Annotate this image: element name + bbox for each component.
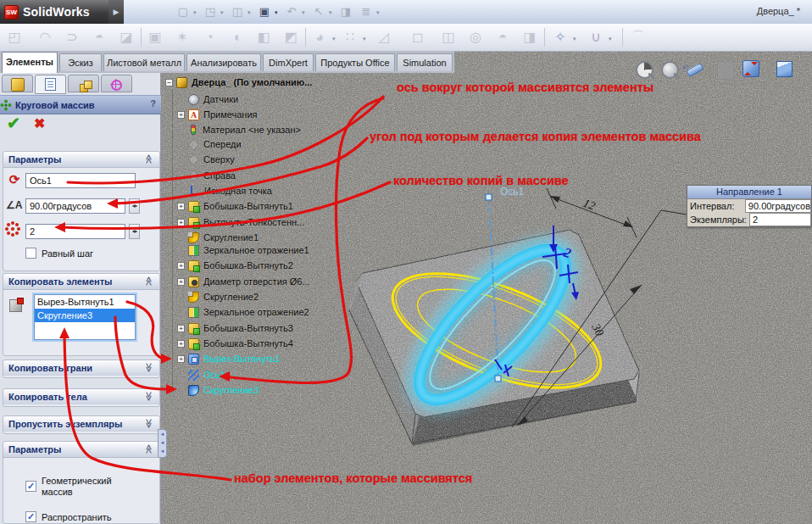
collapse-box-icon[interactable]: − bbox=[165, 79, 173, 86]
refgeom-dropdown-arrow[interactable]: ▾ bbox=[573, 36, 576, 42]
expand-box-icon[interactable]: + bbox=[177, 340, 185, 348]
expand-box-icon[interactable]: + bbox=[177, 203, 185, 210]
pattern-dropdown-arrow[interactable]: ▾ bbox=[363, 36, 366, 42]
new-document-button[interactable]: ▢ bbox=[175, 3, 192, 20]
save-dropdown-arrow[interactable]: ▾ bbox=[247, 9, 251, 16]
panel-splitter-handle[interactable]: ◂◂◂ bbox=[158, 429, 167, 458]
save-button[interactable]: ◫ bbox=[229, 3, 246, 20]
print-dropdown-arrow[interactable]: ▾ bbox=[275, 9, 278, 16]
boundary-cut-icon[interactable]: ◩ bbox=[280, 26, 302, 48]
expand-box-icon[interactable]: + bbox=[177, 262, 185, 270]
tree-item-fillet3[interactable]: Скругление3 bbox=[188, 383, 259, 397]
tree-item-axis1[interactable]: Ось1 bbox=[188, 368, 225, 382]
curves-icon[interactable]: ∪ bbox=[585, 26, 607, 48]
ok-button[interactable]: ✔ bbox=[7, 114, 20, 133]
fillet-icon[interactable]: ◕ bbox=[309, 26, 331, 48]
tree-item-thin-extrude[interactable]: +Вытянуть-Тонкостенн... bbox=[177, 215, 304, 229]
angle-field[interactable]: 90.00градусов bbox=[25, 198, 125, 214]
tree-item-root[interactable]: −Дверца_ (По умолчанию... bbox=[165, 75, 312, 89]
expand-box-icon[interactable]: + bbox=[177, 278, 185, 286]
tab-dimxpert-manager[interactable] bbox=[101, 75, 132, 92]
expand-box-icon[interactable]: + bbox=[177, 111, 185, 119]
cancel-button[interactable]: ✖ bbox=[34, 115, 45, 131]
zoom-area-button[interactable] bbox=[661, 61, 679, 79]
group-features-header[interactable]: Копировать элементы ≪ bbox=[3, 274, 159, 290]
open-button[interactable]: ◳ bbox=[202, 3, 219, 20]
tree-item-material[interactable]: Материал <не указан> bbox=[188, 123, 301, 137]
tree-item-right-plane[interactable]: Справа bbox=[188, 169, 236, 182]
rib-icon[interactable]: ◫ bbox=[437, 26, 459, 48]
expand-box-icon[interactable]: + bbox=[177, 355, 185, 363]
reference-geometry-icon[interactable]: ✧ bbox=[549, 26, 571, 48]
tree-item-boss-extrude3[interactable]: +Бобышка-Вытянуть3 bbox=[177, 321, 293, 335]
angle-spinner[interactable] bbox=[129, 198, 140, 214]
group-faces-header[interactable]: Копировать грани ≫ bbox=[3, 360, 159, 376]
tree-item-mirror2[interactable]: Зеркальное отражение2 bbox=[188, 305, 309, 319]
instant3d-icon[interactable]: ⌒ bbox=[627, 26, 649, 48]
select-button[interactable]: ↖ bbox=[310, 3, 327, 20]
tab-sheetmetal[interactable]: Листовой металл bbox=[103, 53, 185, 71]
revolved-boss-icon[interactable]: ◠ bbox=[34, 26, 56, 48]
curves-dropdown-arrow[interactable]: ▾ bbox=[609, 36, 612, 42]
revolved-cut-icon[interactable]: ◔ bbox=[198, 26, 220, 48]
expand-box-icon[interactable]: + bbox=[177, 325, 185, 332]
undo-dropdown-arrow[interactable]: ▾ bbox=[302, 9, 305, 16]
tree-item-mirror1[interactable]: Зеркальное отражение1 bbox=[188, 243, 309, 257]
expand-chevron-icon[interactable]: ≫ bbox=[144, 392, 155, 402]
section-view-button[interactable] bbox=[717, 61, 734, 80]
tree-item-front-plane[interactable]: Спереди bbox=[188, 137, 242, 151]
lofted-cut-icon[interactable]: ◧ bbox=[253, 26, 275, 48]
instances-value-field[interactable]: 2 bbox=[749, 213, 811, 226]
tree-item-fillet1[interactable]: Скругление1 bbox=[188, 231, 259, 244]
rebuild-button[interactable]: ◨ bbox=[337, 3, 354, 20]
tree-item-cut-extrude1[interactable]: +Вырез-Вытянуть1 bbox=[177, 352, 281, 365]
tree-item-boss-extrude4[interactable]: +Бобышка-Вытянуть4 bbox=[177, 337, 293, 350]
count-field[interactable]: 2 bbox=[25, 224, 125, 239]
extruded-boss-icon[interactable]: ◰ bbox=[3, 26, 25, 48]
tab-evaluate[interactable]: Анализировать bbox=[186, 53, 261, 71]
previous-view-button[interactable] bbox=[687, 59, 704, 67]
options-button[interactable]: ≣ bbox=[358, 3, 375, 20]
tab-office[interactable]: Продукты Office bbox=[315, 53, 395, 71]
count-spinner[interactable] bbox=[129, 224, 140, 239]
collapse-chevron-icon[interactable]: ≪ bbox=[144, 444, 155, 454]
zoom-fit-button[interactable] bbox=[636, 61, 653, 79]
expand-chevron-icon[interactable]: ≫ bbox=[144, 363, 155, 373]
expand-chevron-icon[interactable]: ≫ bbox=[144, 419, 155, 429]
print-button[interactable]: ▣ bbox=[256, 3, 273, 20]
list-item[interactable]: Вырез-Вытянуть1 bbox=[35, 295, 135, 309]
tab-feature-manager[interactable] bbox=[2, 75, 33, 92]
collapse-chevron-icon[interactable]: ≪ bbox=[144, 154, 155, 164]
tree-item-fillet2[interactable]: Скругление2 bbox=[188, 290, 259, 304]
tree-item-top-plane[interactable]: Сверху bbox=[188, 153, 235, 166]
group-skip-header[interactable]: Пропустить экземпляры ≫ bbox=[3, 416, 159, 432]
propagate-checkbox[interactable]: ✓ bbox=[25, 511, 36, 522]
tree-item-annotations[interactable]: +Примечания bbox=[177, 108, 258, 121]
tab-simulation[interactable]: Simulation bbox=[397, 53, 453, 71]
tab-configuration-manager[interactable] bbox=[68, 75, 99, 92]
view-orientation-button[interactable] bbox=[742, 60, 759, 77]
extruded-cut-icon[interactable]: ▣ bbox=[144, 26, 166, 48]
tree-item-boss-extrude2[interactable]: +Бобышка-Вытянуть2 bbox=[177, 259, 293, 272]
boundary-boss-icon[interactable]: ◪ bbox=[115, 26, 137, 48]
display-style-button[interactable] bbox=[776, 61, 793, 77]
features-to-pattern-list[interactable]: Вырез-Вытянуть1 Скругление3 bbox=[34, 294, 136, 340]
swept-boss-icon[interactable]: ⊃ bbox=[61, 26, 83, 48]
geometric-pattern-checkbox[interactable]: ✓ bbox=[25, 481, 36, 492]
menu-expand-arrow[interactable]: ▶ bbox=[108, 0, 124, 24]
dome-icon[interactable]: ◓ bbox=[492, 26, 514, 48]
tab-sketch[interactable]: Эскиз bbox=[59, 53, 102, 71]
tree-item-boss-extrude1[interactable]: +Бобышка-Вытянуть1 bbox=[177, 199, 293, 213]
swept-cut-icon[interactable]: ◖ bbox=[225, 26, 247, 48]
wrap-icon[interactable]: ◎ bbox=[464, 26, 487, 48]
draft-icon[interactable]: ◿ bbox=[373, 26, 395, 48]
tree-item-hole-diameter[interactable]: +Диаметр отверстия Ø6... bbox=[177, 275, 310, 288]
tree-item-origin[interactable]: Исходная точка bbox=[188, 184, 272, 198]
fillet-dropdown-arrow[interactable]: ▾ bbox=[332, 36, 336, 42]
interval-value-field[interactable]: 90.00градусов bbox=[745, 199, 811, 213]
options-dropdown-arrow[interactable]: ▾ bbox=[376, 9, 380, 16]
select-dropdown-arrow[interactable]: ▾ bbox=[329, 9, 332, 16]
help-button[interactable]: ? bbox=[150, 98, 156, 109]
undo-button[interactable]: ↶ bbox=[283, 3, 300, 20]
tree-item-sensors[interactable]: Датчики bbox=[188, 92, 238, 106]
